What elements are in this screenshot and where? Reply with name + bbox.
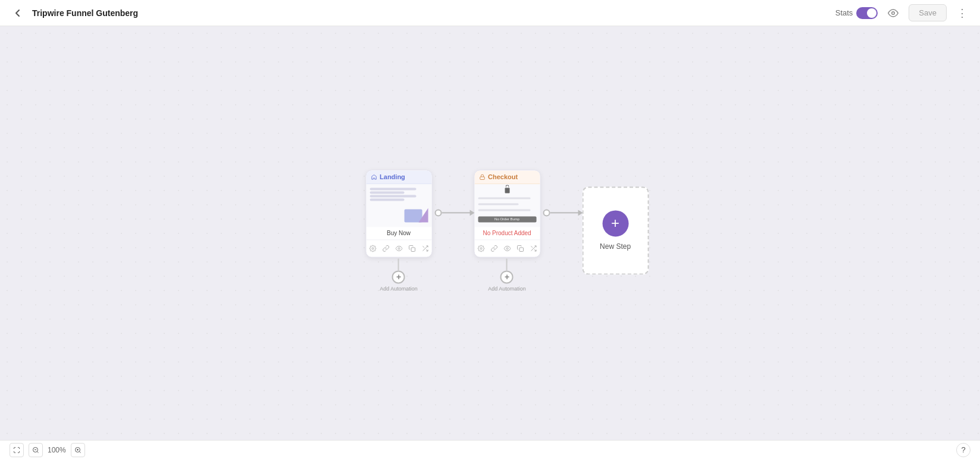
landing-copy-icon[interactable] [408, 243, 416, 253]
arrow-line-1 [442, 212, 471, 213]
checkout-actions [474, 239, 540, 257]
landing-preview-content [370, 188, 428, 222]
arrow-checkout-newstep [543, 209, 580, 216]
flow-container: Landing [365, 170, 649, 292]
svg-line-12 [79, 451, 80, 452]
zoom-level: 100% [48, 446, 66, 454]
preview-line-3 [370, 195, 416, 197]
help-button[interactable]: ? [956, 443, 970, 457]
landing-link-icon[interactable] [381, 243, 390, 253]
zoom-out-button[interactable] [29, 443, 43, 457]
landing-eye-icon[interactable] [394, 243, 403, 253]
arrow-line-2 [550, 212, 580, 213]
landing-add-automation-button[interactable]: + [392, 270, 405, 283]
svg-rect-7 [519, 247, 524, 251]
lock-icon [479, 174, 485, 180]
stats-toggle[interactable] [856, 7, 878, 19]
arrow-circle-2 [543, 209, 550, 216]
landing-illustration [370, 203, 428, 222]
new-step-card[interactable]: + New Step [582, 186, 649, 274]
checkout-copy-icon[interactable] [516, 243, 524, 253]
checkout-line-2 [478, 203, 519, 205]
connector-line-landing [398, 258, 399, 270]
checkout-eye-icon[interactable] [503, 243, 511, 253]
checkout-link-icon[interactable] [490, 243, 498, 253]
home-icon [371, 174, 377, 180]
save-button[interactable]: Save [909, 4, 947, 21]
checkout-header-label: Checkout [488, 173, 518, 180]
step-checkout: Checkout No Order Bump No Product Added [474, 170, 540, 292]
zoom-controls: 100% [10, 443, 85, 457]
svg-point-2 [398, 247, 400, 249]
landing-preview [366, 184, 431, 227]
back-button[interactable] [10, 5, 26, 21]
landing-settings-icon[interactable] [368, 243, 377, 253]
svg-point-6 [506, 247, 508, 249]
checkout-add-automation-button[interactable]: + [500, 270, 514, 283]
svg-rect-4 [480, 176, 484, 179]
expand-button[interactable] [10, 443, 24, 457]
page-title: Tripwire Funnel Gutenberg [32, 8, 138, 18]
landing-card-header: Landing [366, 170, 431, 184]
svg-rect-3 [411, 247, 415, 251]
new-step-plus-icon: + [602, 210, 628, 236]
landing-header-label: Landing [380, 173, 405, 180]
preview-line-1 [370, 188, 416, 190]
more-options-button[interactable]: ⋮ [954, 5, 970, 21]
checkout-automation-label: Add Automation [488, 286, 526, 292]
step-new: + New Step [582, 186, 649, 274]
svg-line-9 [37, 451, 38, 452]
landing-actions [366, 239, 431, 257]
preview-line-2 [370, 191, 405, 193]
landing-automation-label: Add Automation [380, 286, 418, 292]
checkout-card[interactable]: Checkout No Order Bump No Product Added [474, 170, 540, 257]
header-left: Tripwire Funnel Gutenberg [10, 5, 835, 21]
checkout-settings-icon[interactable] [477, 243, 485, 253]
no-order-bump-badge: No Order Bump [478, 216, 536, 222]
svg-point-0 [892, 11, 895, 14]
svg-point-5 [480, 247, 482, 249]
checkout-split-icon[interactable] [529, 243, 537, 253]
preview-button[interactable] [885, 5, 901, 21]
preview-line-4 [370, 198, 405, 201]
header-right: Stats Save ⋮ [835, 4, 970, 21]
stats-label: Stats [835, 8, 853, 17]
connector-line-checkout [506, 258, 508, 270]
header: Tripwire Funnel Gutenberg Stats Save ⋮ [0, 0, 980, 26]
checkout-automation-connector: + Add Automation [488, 258, 526, 292]
bottom-bar: 100% ? [0, 440, 980, 459]
stats-toggle-wrap: Stats [835, 7, 878, 19]
arrow-landing-checkout [434, 209, 471, 216]
landing-page-label: Buy Now [366, 227, 431, 239]
landing-automation-connector: + Add Automation [380, 258, 418, 292]
svg-point-1 [372, 247, 374, 249]
step-landing: Landing [365, 170, 432, 292]
checkout-error-label: No Product Added [474, 227, 540, 239]
checkout-card-header: Checkout [474, 170, 540, 184]
zoom-in-button[interactable] [71, 443, 85, 457]
landing-split-icon[interactable] [421, 243, 429, 253]
checkout-preview: No Order Bump [474, 184, 540, 227]
checkout-line-3 [478, 209, 530, 211]
checkout-line-1 [478, 197, 530, 199]
new-step-label: New Step [600, 242, 631, 251]
arrow-circle-1 [434, 209, 442, 216]
landing-card[interactable]: Landing [365, 170, 432, 257]
canvas[interactable]: Landing [0, 26, 980, 440]
